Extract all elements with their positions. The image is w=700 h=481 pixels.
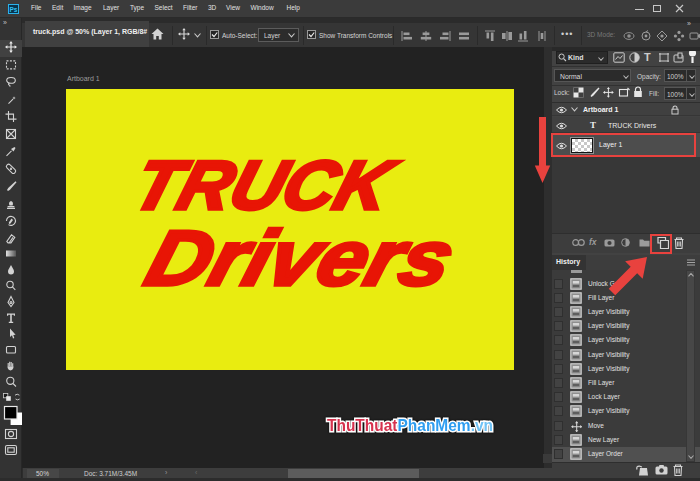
svg-text:Drivers: Drivers: [137, 214, 464, 301]
svg-text:ThuThuatPhanMem.vn: ThuThuatPhanMem.vn: [327, 416, 493, 434]
svg-text:TRUCK: TRUCK: [125, 146, 405, 223]
